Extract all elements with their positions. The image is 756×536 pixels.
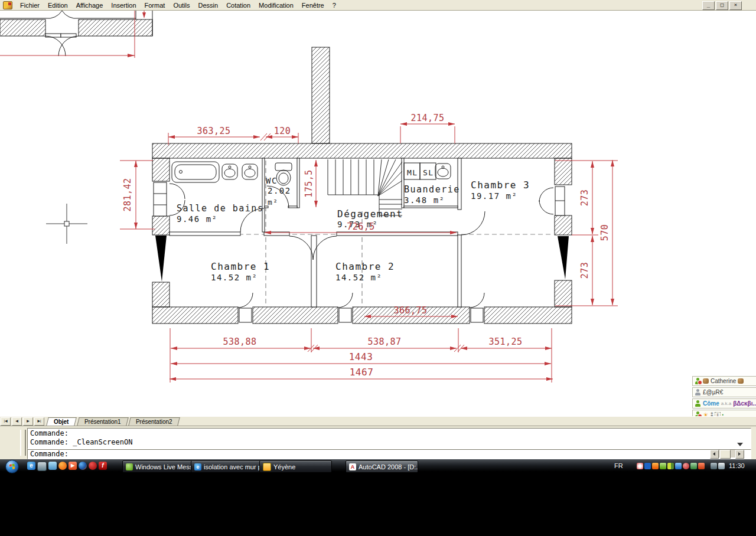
dim-text: 273: [579, 262, 590, 279]
dim-text: 726,5: [347, 221, 375, 232]
tray-flame-icon[interactable]: [652, 463, 659, 469]
minimize-button[interactable]: _: [702, 1, 715, 10]
menu-fenetre[interactable]: Fenêtre: [298, 1, 328, 9]
tray-shield-icon[interactable]: [690, 463, 697, 469]
menu-format[interactable]: Format: [141, 1, 170, 9]
tab-presentation1[interactable]: Présentation1: [77, 417, 128, 426]
scroll-left-button[interactable]: [710, 450, 719, 459]
autocad-drawing-area[interactable]: Salle de bains 9.46 m² WC 2.02 m² Dégage…: [0, 10, 756, 416]
tray-status-icon[interactable]: [667, 463, 674, 469]
command-history[interactable]: Commande: Commande: _CleanScreenON: [27, 428, 751, 449]
contact-status-busy-icon: [695, 378, 701, 384]
room-label: Buanderie: [404, 184, 460, 195]
window-controls: _ □ ×: [702, 1, 742, 10]
menu-cotation[interactable]: Cotation: [222, 1, 255, 9]
menu-fichier[interactable]: Fichier: [16, 1, 44, 9]
tab-nav-first-button[interactable]: |◀: [1, 417, 11, 426]
contact-row[interactable]: £@µR€: [692, 387, 756, 397]
restore-button[interactable]: □: [716, 1, 728, 10]
tab-objet[interactable]: Objet: [46, 417, 76, 426]
contact-row[interactable]: Catherine: [692, 376, 756, 386]
contact-name: Côme: [703, 400, 719, 407]
command-window-grip[interactable]: [20, 430, 26, 456]
menu-outils[interactable]: Outils: [169, 1, 194, 9]
menu-dessin[interactable]: Dessin: [194, 1, 223, 9]
dim-text: 1467: [350, 367, 374, 378]
firefox-icon[interactable]: [79, 462, 87, 470]
media-player-icon[interactable]: ▶: [69, 462, 77, 470]
dim-text: 1443: [349, 351, 373, 362]
room-area: 14.52 m²: [211, 273, 258, 282]
tray-display-icon[interactable]: [675, 463, 682, 469]
desktop: Salle de bains 9.46 m² WC 2.02 m² Dégage…: [0, 0, 756, 536]
tray-contact-icon[interactable]: [660, 463, 666, 469]
tab-label: Objet: [54, 418, 69, 426]
windows-flag-icon: [9, 464, 15, 470]
scroll-thumb[interactable]: [720, 450, 731, 459]
tray-language-indicator[interactable]: FR: [614, 462, 623, 469]
tray-updates-icon[interactable]: [698, 463, 705, 469]
task-label: isolation avec mur p...: [204, 463, 263, 470]
contact-alias: βΔcκβι...: [733, 400, 756, 407]
animal-emoticon-icon: [703, 378, 709, 384]
room-label: Chambre 3: [471, 179, 530, 191]
contact-status-offline-icon: [695, 389, 701, 396]
dim-text: 570: [599, 224, 610, 241]
internet-explorer-icon[interactable]: e: [27, 462, 35, 470]
room-label: Salle de bains: [177, 203, 263, 214]
dim-text: 538,87: [367, 336, 401, 347]
taskbar-task-autocad[interactable]: A AutoCAD 2008 - [D:...: [346, 460, 418, 473]
command-scrollbar[interactable]: [710, 450, 744, 457]
command-history-line: Commande:: [30, 429, 748, 438]
tray-network-icon[interactable]: [711, 463, 717, 469]
room-area: 19.17 m²: [471, 191, 517, 201]
command-input[interactable]: Commande:: [27, 449, 751, 459]
dim-text: 175,5: [304, 169, 314, 198]
command-window: Commande: Commande: _CleanScreenON Comma…: [0, 426, 756, 460]
room-area: 3.48 m²: [404, 195, 445, 205]
menu-modification[interactable]: Modification: [255, 1, 298, 9]
messenger-task-icon: [126, 463, 133, 470]
tray-no-entry-icon[interactable]: [637, 463, 643, 469]
flash-icon[interactable]: f: [99, 462, 107, 470]
command-expand-icon[interactable]: [737, 443, 743, 446]
menu-insertion[interactable]: Insertion: [107, 1, 140, 9]
menu-bar: Fichier Edition Affichage Insertion Form…: [0, 0, 756, 11]
close-button[interactable]: ×: [729, 1, 742, 10]
system-tray: [637, 463, 725, 469]
opera-icon[interactable]: [89, 462, 97, 470]
tab-nav-prev-button[interactable]: ◀: [12, 417, 22, 426]
tray-antivirus-icon[interactable]: [683, 463, 689, 469]
start-button[interactable]: [5, 460, 19, 473]
dim-text: 363,25: [197, 126, 230, 136]
menu-affichage[interactable]: Affichage: [72, 1, 107, 9]
tab-label: Présentation1: [84, 418, 120, 426]
tab-nav-next-button[interactable]: ▶: [23, 417, 33, 426]
tray-volume-icon[interactable]: [718, 463, 725, 469]
chimney: [312, 47, 330, 143]
autocad-logo-icon[interactable]: [3, 1, 12, 9]
tab-label: Présentation2: [136, 418, 172, 426]
tray-zip-icon[interactable]: [644, 463, 651, 469]
internet-explorer-task-icon: e: [194, 463, 201, 470]
taskbar-clock[interactable]: 11:30: [729, 462, 745, 469]
room-label: Chambre 2: [335, 261, 395, 272]
browser-orange-icon[interactable]: [58, 462, 67, 470]
scroll-right-button[interactable]: [735, 450, 744, 459]
quick-launch: e ▶ f: [27, 462, 107, 471]
tab-presentation2[interactable]: Présentation2: [129, 417, 180, 426]
taskbar-task-browser[interactable]: e isolation avec mur p...: [191, 460, 263, 473]
menu-edition[interactable]: Edition: [44, 1, 72, 9]
taskbar-task-messenger[interactable]: Windows Live Mess...: [122, 460, 195, 473]
menu-aide[interactable]: ?: [328, 1, 340, 9]
layout-tab-bar: |◀ ◀ ▶ ▶| Objet Présentation1 Présentati…: [0, 416, 756, 426]
messenger-icon[interactable]: [48, 462, 57, 470]
room-label: Chambre 1: [211, 261, 270, 272]
tab-nav-last-button[interactable]: ▶|: [34, 417, 44, 426]
tray-spacer: [706, 463, 709, 469]
taskbar-task-folder[interactable]: Yéyène: [259, 460, 332, 473]
room-area: 2.02: [268, 186, 291, 195]
show-desktop-icon[interactable]: [37, 462, 47, 471]
dim-text: 538,88: [223, 336, 256, 347]
contact-row[interactable]: Côme a.k.a βΔcκβι...: [692, 398, 756, 408]
